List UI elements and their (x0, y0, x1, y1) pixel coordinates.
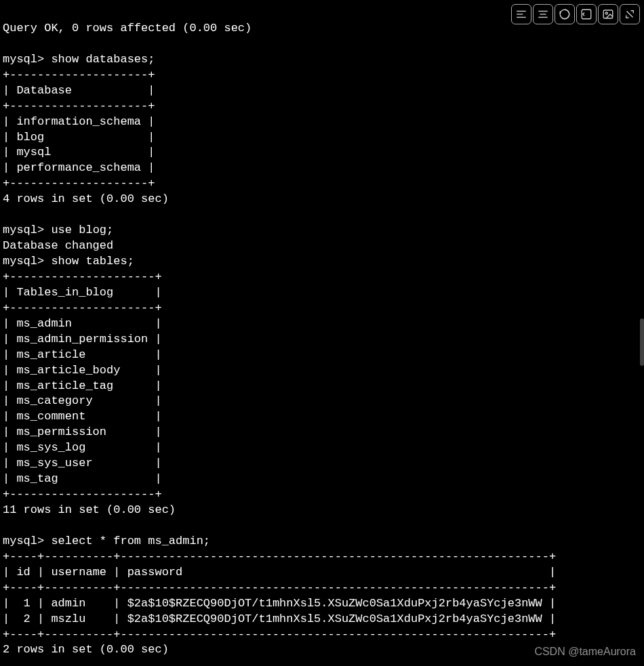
scrollbar-thumb[interactable] (640, 318, 644, 366)
cell-username: admin (51, 597, 85, 610)
prompt: mysql> (3, 255, 44, 268)
db-footer: 4 rows in set (0.00 sec) (3, 192, 169, 205)
db-header: Database (16, 84, 72, 97)
table-row: ms_article_body (16, 364, 120, 377)
table-row: ms_article (16, 348, 85, 361)
code-icon[interactable] (576, 4, 597, 24)
cell-id: 2 (24, 612, 31, 625)
db-changed: Database changed (3, 239, 113, 252)
table-row: ms_tag (16, 472, 58, 485)
query-ok-line: Query OK, 0 rows affected (0.00 sec) (3, 22, 251, 35)
table-row: ms_article_tag (16, 379, 113, 392)
cell-password: $2a$10$RZECQ90DjOT/t1mhnXsl5.XSuZWc0Sa1X… (127, 597, 542, 610)
tables-footer: 11 rows in set (0.00 sec) (3, 503, 176, 516)
svg-line-9 (627, 12, 633, 18)
table-row: ms_sys_log (16, 441, 85, 454)
align-center-icon[interactable] (533, 4, 553, 24)
prompt: mysql> (3, 53, 44, 66)
admin-footer: 2 rows in set (0.00 sec) (3, 643, 169, 656)
cell-id: 1 (24, 597, 31, 610)
terminal-output: Query OK, 0 rows affected (0.00 sec) mys… (3, 5, 641, 666)
table-row: ms_comment (16, 410, 85, 423)
cmd-show-tables: show tables; (51, 255, 134, 268)
col-username: username (51, 566, 106, 579)
table-row: ms_admin_permission (16, 333, 148, 346)
svg-rect-7 (603, 10, 613, 18)
prompt: mysql> (3, 535, 44, 547)
cmd-use-blog: use blog; (51, 224, 113, 236)
db-row: performance_schema (16, 161, 141, 174)
cmd-select-admin: select * from ms_admin; (51, 535, 210, 547)
align-left-icon[interactable] (511, 4, 531, 24)
db-row: blog (16, 131, 44, 144)
watermark-text: CSDN @tameAurora (534, 644, 636, 659)
tables-header: Tables_in_blog (16, 286, 113, 299)
cell-username: mszlu (51, 612, 85, 625)
image-icon[interactable] (598, 4, 618, 24)
refresh-icon[interactable] (555, 4, 575, 24)
db-row: mysql (16, 146, 51, 159)
col-id: id (16, 566, 30, 579)
table-row: ms_admin (16, 317, 72, 330)
fullscreen-icon[interactable] (620, 4, 640, 24)
col-password: password (127, 566, 183, 579)
table-row: ms_sys_user (16, 457, 92, 470)
cell-password: $2a$10$RZECQ90DjOT/t1mhnXsl5.XSuZWc0Sa1X… (127, 612, 542, 625)
db-row: information_schema (16, 115, 141, 128)
image-toolbar (511, 4, 640, 24)
svg-point-8 (605, 12, 607, 14)
table-row: ms_permission (16, 425, 106, 438)
table-row: ms_category (16, 394, 92, 407)
prompt: mysql> (3, 224, 44, 236)
cmd-show-databases: show databases; (51, 53, 155, 66)
